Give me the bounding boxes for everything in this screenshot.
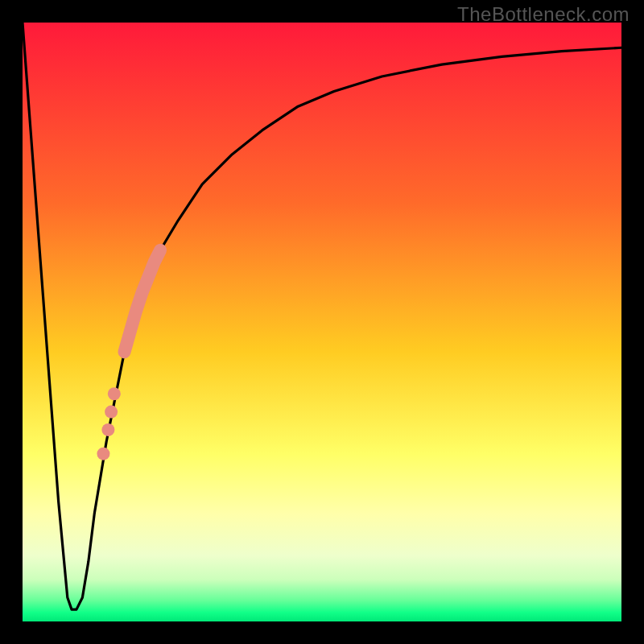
highlight-dot	[105, 406, 118, 419]
curve-layer	[23, 23, 621, 621]
plot-frame	[23, 23, 621, 621]
highlight-dots	[97, 387, 120, 460]
highlight-dot	[101, 423, 114, 436]
watermark-text: TheBottleneck.com	[457, 3, 630, 26]
plot-area	[23, 23, 621, 621]
bottleneck-curve	[23, 23, 621, 609]
highlight-dot	[108, 387, 121, 400]
highlight-dot	[97, 448, 109, 460]
highlight-segment	[124, 250, 160, 352]
